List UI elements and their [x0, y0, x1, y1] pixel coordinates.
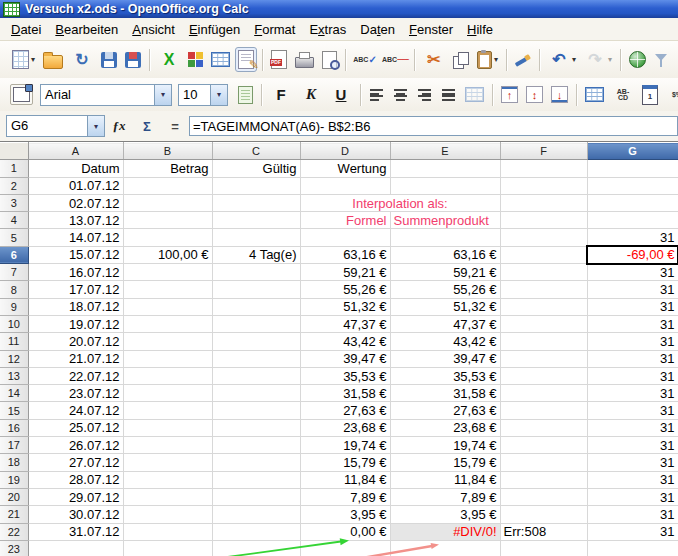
borders-button[interactable] [582, 84, 607, 105]
cell-B4[interactable] [123, 212, 212, 229]
cell-B15[interactable] [123, 402, 212, 419]
cell-F9[interactable] [500, 298, 587, 315]
cell-A1[interactable]: Datum [28, 160, 123, 177]
cell-E18[interactable]: 15,79 € [390, 454, 500, 471]
cell-A18[interactable]: 27.07.12 [28, 454, 123, 471]
row-header-8[interactable]: 8 [0, 281, 28, 298]
row-header-7[interactable]: 7 [0, 264, 28, 281]
cell-E13[interactable]: 35,53 € [390, 367, 500, 384]
cell-B13[interactable] [123, 367, 212, 384]
cell-G22[interactable]: 31 [587, 523, 678, 540]
column-header-G[interactable]: G [587, 143, 678, 160]
cell-C18[interactable] [212, 454, 300, 471]
row-header-6[interactable]: 6 [0, 246, 28, 263]
cell-E8[interactable]: 55,26 € [390, 281, 500, 298]
cell-A7[interactable]: 16.07.12 [28, 264, 123, 281]
format-as-currency-button[interactable]: $% [663, 81, 678, 109]
menu-format[interactable]: Format [247, 20, 302, 39]
paste-button[interactable]: ▾ [474, 48, 501, 72]
name-box-dropdown-icon[interactable]: ▾ [87, 116, 104, 136]
row-header-17[interactable]: 17 [0, 437, 28, 454]
function-button[interactable]: = [163, 116, 187, 136]
page-preview-button[interactable] [319, 48, 340, 72]
cell-D15[interactable]: 27,63 € [300, 402, 390, 419]
cell-G19[interactable]: 31 [587, 471, 678, 488]
cell-B22[interactable] [123, 523, 212, 540]
cell-A16[interactable]: 25.07.12 [28, 419, 123, 436]
cell-F7[interactable] [500, 264, 587, 281]
cell-B10[interactable] [123, 315, 212, 332]
cell-G11[interactable]: 31 [587, 333, 678, 350]
cell-B7[interactable] [123, 264, 212, 281]
cell-E10[interactable]: 47,37 € [390, 315, 500, 332]
cell-D10[interactable]: 47,37 € [300, 315, 390, 332]
cell-G23[interactable] [587, 540, 678, 556]
menu-hilfe[interactable]: Hilfe [460, 20, 500, 39]
cell-D17[interactable]: 19,74 € [300, 437, 390, 454]
cell-C3[interactable] [212, 194, 300, 211]
styles-button[interactable] [10, 84, 33, 105]
undo-dropdown-icon[interactable]: ▾ [572, 55, 576, 64]
cell-A19[interactable]: 28.07.12 [28, 471, 123, 488]
export-pdf-button[interactable] [268, 47, 290, 72]
cell-C20[interactable] [212, 488, 300, 505]
cell-C2[interactable] [212, 177, 300, 194]
sum-button[interactable]: Σ [135, 116, 159, 136]
print-button[interactable] [292, 48, 317, 71]
row-header-2[interactable]: 2 [0, 177, 28, 194]
cell-E20[interactable]: 7,89 € [390, 488, 500, 505]
new-spreadsheet-dropdown-icon[interactable]: ▾ [31, 55, 35, 64]
cell-G8[interactable]: 31 [587, 281, 678, 298]
row-header-20[interactable]: 20 [0, 488, 28, 505]
cell-E16[interactable]: 23,68 € [390, 419, 500, 436]
cell-F15[interactable] [500, 402, 587, 419]
microsoft-excel-button[interactable]: X [155, 46, 183, 74]
cell-A21[interactable]: 30.07.12 [28, 506, 123, 523]
cell-D2[interactable] [300, 177, 390, 194]
cell-A4[interactable]: 13.07.12 [28, 212, 123, 229]
cell-F23[interactable] [500, 540, 587, 556]
column-header-F[interactable]: F [500, 143, 587, 160]
cell-C4[interactable] [212, 212, 300, 229]
cell-G10[interactable]: 31 [587, 315, 678, 332]
insert-table-button[interactable] [208, 49, 233, 70]
save-as-button[interactable] [122, 49, 144, 71]
valign-center-button[interactable]: ↕ [523, 83, 546, 106]
hyperlink-button[interactable] [626, 48, 649, 71]
menu-daten[interactable]: Daten [353, 20, 402, 39]
edit-file-button[interactable] [235, 47, 257, 72]
cell-D4[interactable]: Formel [300, 212, 390, 229]
cell-G15[interactable]: 31 [587, 402, 678, 419]
cell-E15[interactable]: 27,63 € [390, 402, 500, 419]
cell-G3[interactable] [587, 194, 678, 211]
cell-C19[interactable] [212, 471, 300, 488]
column-header-E[interactable]: E [390, 143, 500, 160]
cell-E17[interactable]: 19,74 € [390, 437, 500, 454]
cell-A20[interactable]: 29.07.12 [28, 488, 123, 505]
cell-B8[interactable] [123, 281, 212, 298]
cell-B23[interactable] [123, 540, 212, 556]
cell-D20[interactable]: 7,89 € [300, 488, 390, 505]
font-name-combo[interactable]: Arial ▾ [40, 84, 172, 106]
cell-G4[interactable] [587, 212, 678, 229]
cell-G7[interactable]: 31 [587, 264, 678, 281]
cell-E5[interactable] [390, 229, 500, 246]
redo-dropdown-icon[interactable]: ▾ [608, 55, 612, 64]
cut-button[interactable]: ✂ [420, 46, 448, 74]
format-paintbrush-button[interactable] [512, 49, 534, 71]
valign-top-button[interactable]: ↑ [498, 83, 521, 106]
cell-B11[interactable] [123, 333, 212, 350]
cell-F12[interactable] [500, 350, 587, 367]
font-size-dropdown-icon[interactable]: ▾ [210, 85, 227, 105]
cell-A6[interactable]: 15.07.12 [28, 246, 123, 263]
cell-E23[interactable] [390, 540, 500, 556]
cell-F5[interactable] [500, 229, 587, 246]
row-header-5[interactable]: 5 [0, 229, 28, 246]
cell-E14[interactable]: 31,58 € [390, 385, 500, 402]
cell-D13[interactable]: 35,53 € [300, 367, 390, 384]
cell-C17[interactable] [212, 437, 300, 454]
cell-C23[interactable] [212, 540, 300, 556]
cell-A3[interactable]: 02.07.12 [28, 194, 123, 211]
bold-button[interactable]: F [267, 81, 295, 109]
cell-F22[interactable]: Err:508 [500, 523, 587, 540]
